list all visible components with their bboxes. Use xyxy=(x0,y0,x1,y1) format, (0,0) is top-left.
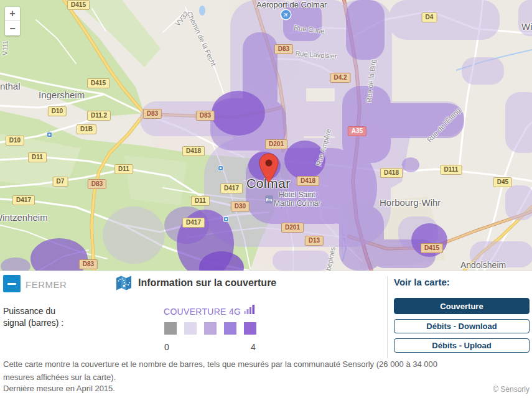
sidebar-title: Voir la carte: xyxy=(394,277,450,287)
legend-swatch xyxy=(184,322,197,335)
road-badge: D11.2 xyxy=(87,111,111,121)
road-badge: D45 xyxy=(493,177,512,187)
road-badge: D201 xyxy=(281,223,304,233)
road-badge: D415 xyxy=(421,243,443,253)
legend-swatch xyxy=(204,322,217,335)
town-label: Wintzenheim xyxy=(0,212,48,223)
transit-icon xyxy=(47,132,52,137)
map-canvas xyxy=(0,0,532,271)
info-panel: FERMER Information sur la couverture Pui… xyxy=(0,271,532,408)
town-label: Ingersheim xyxy=(39,90,85,100)
street-label: V111 xyxy=(1,40,9,55)
road-badge: D30 xyxy=(231,202,250,211)
panel-title: Information sur la couverture xyxy=(138,277,276,289)
road-badge: D83 xyxy=(79,259,98,269)
legend-title: COUVERTURE 4G xyxy=(164,307,241,317)
road-badge: D4.2 xyxy=(330,73,350,83)
road-badge: D10 xyxy=(48,106,67,116)
coverage-map[interactable]: Aéroport de Colmar Wic nthal Ingersheim … xyxy=(0,0,532,271)
legend-swatch xyxy=(244,322,256,335)
road-badge: D11 xyxy=(191,196,210,206)
road-badge: D13 xyxy=(305,236,324,246)
signal-strength-label: Puissance du signal (barres) : xyxy=(3,305,77,329)
map-info-icon xyxy=(116,275,132,290)
legend-max-label: 4 xyxy=(251,342,256,352)
copyright: © Sensorly xyxy=(493,385,530,394)
road-badge: D83 xyxy=(88,179,106,189)
road-badge: D83 xyxy=(143,109,162,119)
road-badge: D201 xyxy=(265,139,287,149)
road-badge: D417 xyxy=(12,195,35,205)
road-badge: D417 xyxy=(220,183,243,193)
town-label: nthal xyxy=(0,81,21,91)
road-badge: D417 xyxy=(182,218,205,228)
last-measure-text: Dernière mesure en April 2015. xyxy=(3,384,115,393)
download-speeds-button[interactable]: Débits - Download xyxy=(394,319,530,333)
signal-bars-icon xyxy=(244,304,254,315)
transit-icon xyxy=(218,165,223,171)
minus-icon xyxy=(7,283,16,285)
town-label: Wic xyxy=(521,21,532,32)
collapse-label[interactable]: FERMER xyxy=(26,279,67,290)
upload-speeds-button[interactable]: Débits - Upload xyxy=(394,338,530,353)
road-badge: D7 xyxy=(53,177,68,187)
road-badge: D418 xyxy=(297,176,319,186)
town-label: Horbourg-Wihr xyxy=(380,197,441,208)
road-badge: D10 xyxy=(6,136,24,146)
road-badge: D415 xyxy=(67,0,90,10)
vertical-divider xyxy=(387,276,388,358)
coverage-button[interactable]: Couverture xyxy=(394,298,530,314)
legend-swatch xyxy=(164,322,177,335)
town-label: Aéroport de Colmar xyxy=(256,0,327,9)
coverage-legend xyxy=(164,322,256,335)
zoom-out-button[interactable]: − xyxy=(5,21,20,35)
road-badge: D1B xyxy=(77,124,96,134)
road-badge: D83 xyxy=(196,111,215,121)
road-badge: D11 xyxy=(114,164,133,174)
hotel-label: Martin Colmar xyxy=(274,199,320,208)
zoom-control: + − xyxy=(5,7,20,35)
road-badge: D111 xyxy=(441,165,462,175)
transit-icon xyxy=(223,216,229,222)
legend-swatch xyxy=(224,322,236,335)
road-badge: D418 xyxy=(182,146,205,156)
road-badge: D83 xyxy=(274,44,293,54)
description-text: Cette carte montre la couverture et le n… xyxy=(3,358,446,384)
airport-icon: ✈ xyxy=(280,9,292,21)
collapse-button[interactable] xyxy=(3,275,21,292)
legend-min-label: 0 xyxy=(164,342,169,352)
road-badge: D11 xyxy=(28,152,47,162)
road-badge: D418 xyxy=(380,168,403,178)
map-pin[interactable] xyxy=(258,153,279,184)
road-badge: A35 xyxy=(348,126,366,136)
road-badge: D415 xyxy=(87,78,110,88)
hotel-label: Hôtel Saint xyxy=(279,190,315,199)
town-label: Andolsheim xyxy=(460,260,506,270)
zoom-in-button[interactable]: + xyxy=(5,7,20,21)
hotel-icon xyxy=(265,195,273,203)
road-badge: D4 xyxy=(422,12,437,22)
